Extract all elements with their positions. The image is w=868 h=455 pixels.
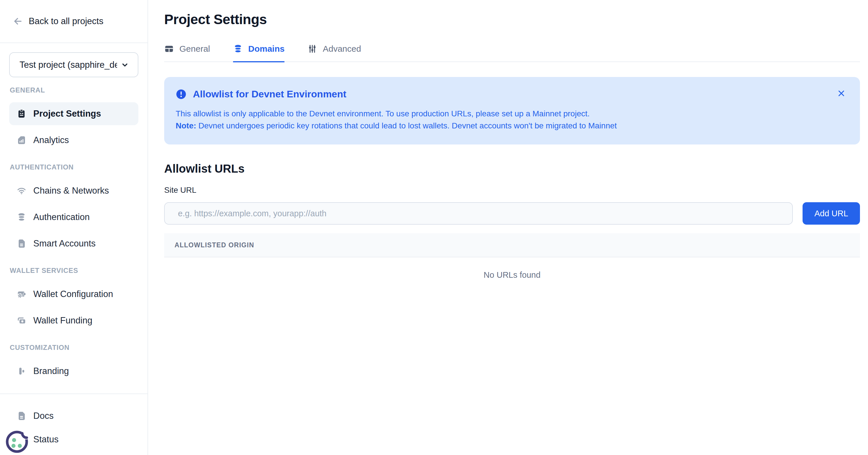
empty-state-text: No URLs found (484, 270, 540, 280)
wallet-gear-icon (17, 289, 26, 299)
allowlisted-origin-header-label: ALLOWLISTED ORIGIN (175, 241, 254, 249)
sidebar: Back to all projects Test project (sapph… (0, 0, 148, 455)
sidebar-item-label: Project Settings (33, 109, 101, 119)
sidebar-item-label: Status (33, 434, 59, 445)
close-icon[interactable] (837, 89, 846, 98)
section-label-general: GENERAL (10, 86, 138, 94)
analytics-chart-icon (17, 135, 26, 145)
table-icon (164, 44, 174, 54)
allowlisted-origin-header: ALLOWLISTED ORIGIN (164, 233, 860, 257)
main-content: Project Settings General Domains Advance… (148, 0, 868, 455)
sidebar-item-wallet-configuration[interactable]: Wallet Configuration (9, 283, 138, 306)
sidebar-item-analytics[interactable]: Analytics (9, 129, 138, 152)
database-icon (233, 44, 243, 54)
sidebar-item-label: Analytics (33, 135, 69, 145)
sidebar-nav: GENERAL Project Settings Analytics AUTHE… (0, 81, 148, 377)
banner-note-label: Note: (176, 121, 196, 130)
section-label-authentication: AUTHENTICATION (10, 163, 138, 171)
sidebar-item-project-settings[interactable]: Project Settings (9, 102, 138, 125)
database-icon (17, 212, 26, 222)
branding-icon (17, 366, 26, 376)
sidebar-item-authentication[interactable]: Authentication (9, 206, 138, 229)
sidebar-item-label: Authentication (33, 212, 90, 222)
tab-advanced[interactable]: Advanced (307, 44, 361, 62)
tab-label: General (179, 44, 210, 54)
sidebar-item-label: Branding (33, 366, 69, 376)
clipboard-icon (17, 109, 26, 119)
section-label-customization: CUSTOMIZATION (10, 344, 138, 351)
project-selector-value: Test project (sapphire_de (20, 60, 117, 70)
sidebar-item-branding[interactable]: Branding (9, 360, 138, 377)
cookie-consent-icon[interactable] (4, 427, 33, 455)
banner-note-line: Note: Devnet undergoes periodic key rota… (176, 120, 826, 132)
empty-state: No URLs found (164, 257, 860, 292)
page-title: Project Settings (164, 11, 860, 27)
sidebar-item-label: Smart Accounts (33, 238, 96, 249)
wifi-icon (17, 186, 26, 196)
banner-title: Allowlist for Devnet Environment (193, 88, 346, 100)
section-label-wallet-services: WALLET SERVICES (10, 266, 138, 275)
sidebar-item-wallet-funding[interactable]: Wallet Funding (9, 309, 138, 332)
file-icon (17, 411, 26, 421)
back-label: Back to all projects (29, 16, 103, 26)
sidebar-item-label: Docs (33, 411, 54, 421)
banner-line1: This allowlist is only applicable to the… (176, 108, 826, 120)
tab-label: Advanced (322, 44, 361, 54)
back-to-projects-link[interactable]: Back to all projects (0, 0, 148, 43)
site-url-label: Site URL (164, 186, 860, 195)
sidebar-item-label: Chains & Networks (33, 186, 109, 196)
site-url-input[interactable] (164, 202, 793, 225)
devnet-allowlist-banner: Allowlist for Devnet Environment This al… (164, 77, 860, 144)
banner-body: This allowlist is only applicable to the… (176, 108, 826, 132)
url-input-row: Add URL (164, 202, 860, 225)
project-selector-dropdown[interactable]: Test project (sapphire_de (9, 52, 138, 77)
banknotes-icon (17, 316, 26, 325)
arrow-left-icon (12, 16, 23, 26)
sliders-icon (307, 44, 317, 54)
settings-tabs: General Domains Advanced (164, 44, 860, 62)
tab-label: Domains (248, 44, 285, 54)
banner-note-text: Devnet undergoes periodic key rotations … (196, 121, 617, 130)
add-url-button[interactable]: Add URL (803, 202, 860, 225)
allowlist-urls-heading: Allowlist URLs (164, 162, 860, 175)
file-icon (17, 239, 26, 249)
sidebar-item-label: Wallet Funding (33, 315, 92, 326)
sidebar-item-label: Wallet Configuration (33, 289, 113, 299)
tab-domains[interactable]: Domains (233, 44, 285, 62)
sidebar-item-chains-networks[interactable]: Chains & Networks (9, 179, 138, 202)
chevron-down-icon (121, 61, 129, 69)
sidebar-item-docs[interactable]: Docs (9, 404, 138, 427)
sidebar-item-smart-accounts[interactable]: Smart Accounts (9, 232, 138, 255)
alert-circle-icon (176, 89, 187, 100)
tab-general[interactable]: General (164, 44, 210, 62)
